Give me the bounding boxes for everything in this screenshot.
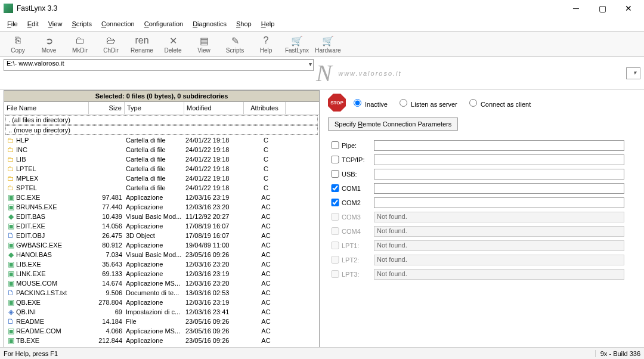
file-list[interactable]: . (all files in directory).. (move up di… [4, 114, 319, 359]
minimize-button[interactable]: ─ [563, 0, 589, 17]
table-row[interactable]: ▣MOUSE.COM14.674Applicazione MS...12/03/… [4, 278, 319, 288]
field-tcpip[interactable] [374, 154, 624, 165]
menu-shop[interactable]: Shop [231, 18, 256, 30]
path-dropdown[interactable]: E:\- www.valoroso.it [4, 59, 314, 71]
table-row[interactable]: ◆EDIT.BAS10.439Visual Basic Mod...11/12/… [4, 212, 319, 221]
checkbox-com1[interactable] [330, 184, 340, 192]
pathbar: E:\- www.valoroso.it N www.valoroso.it [0, 57, 644, 90]
label-lpt3: LPT3: [342, 271, 371, 278]
conn-row-tcpip: TCP/IP: [328, 154, 638, 165]
menu-diagnostics[interactable]: Diagnostics [188, 18, 231, 30]
fastlynx-button[interactable]: 🛒FastLynx [281, 33, 312, 55]
checkbox-tcpip[interactable] [330, 156, 340, 163]
scripts-button[interactable]: ✎Scripts [219, 33, 250, 55]
checkbox-com2[interactable] [330, 199, 340, 206]
file-icon: ▣ [5, 222, 16, 230]
table-row[interactable]: 🗀LPTELCartella di file24/01/22 19:18C [4, 164, 319, 174]
right-path-dropdown[interactable] [626, 67, 640, 79]
table-row[interactable]: 🗀SPTELCartella di file24/01/22 19:18C [4, 183, 319, 193]
table-row[interactable]: ▣LIB.EXE35.643Applicazione12/03/16 23:20… [4, 259, 319, 269]
conn-row-com4: COM4Not found. [328, 225, 638, 237]
table-row[interactable]: ▣README.COM4.066Applicazione MS...23/05/… [4, 326, 319, 336]
conn-row-com2: COM2 [328, 197, 638, 208]
file-icon: 🗋 [5, 289, 16, 297]
menu-file[interactable]: File [2, 18, 23, 30]
table-row[interactable]: 🗋PACKING.LST.txt9.506Documento di te...1… [4, 288, 319, 298]
conn-row-lpt3: LPT3:Not found. [328, 268, 638, 280]
table-row[interactable]: ▣TB.EXE212.844Applicazione23/05/16 09:26… [4, 336, 319, 345]
conn-row-com3: COM3Not found. [328, 211, 638, 222]
table-row[interactable]: ▣GWBASIC.EXE80.912Applicazione19/04/89 1… [4, 240, 319, 250]
field-pipe[interactable] [374, 140, 624, 151]
file-icon: 🗀 [5, 146, 16, 154]
conn-row-lpt2: LPT2:Not found. [328, 254, 638, 265]
label-com2: COM2 [342, 199, 371, 206]
label-pipe: Pipe: [342, 142, 371, 149]
menu-scripts[interactable]: Scripts [67, 18, 97, 30]
table-row[interactable]: ▣EDIT.EXE14.056Applicazione17/08/19 16:0… [4, 221, 319, 231]
checkbox-usb[interactable] [330, 170, 340, 178]
menu-help[interactable]: Help [256, 18, 280, 30]
label-tcpip: TCP/IP: [342, 156, 371, 163]
checkbox-pipe[interactable] [330, 141, 340, 149]
chdir-button[interactable]: 🗁ChDir [95, 33, 126, 55]
delete-button[interactable]: ✕Delete [157, 33, 188, 55]
table-row[interactable]: 🗀HLPCartella di file24/01/22 19:18C [4, 135, 319, 145]
table-row[interactable]: ▣BC.EXE97.481Applicazione12/03/16 23:19A… [4, 193, 319, 202]
move-icon: ➲ [33, 34, 64, 47]
radio-inactive[interactable]: Inactive [351, 101, 388, 108]
file-icon: 🗀 [5, 184, 16, 192]
table-row[interactable]: 🗋EDIT.OBJ26.4753D Object17/08/19 16:07AC [4, 231, 319, 240]
help-button[interactable]: ?Help [250, 33, 281, 55]
table-row[interactable]: 🗋README14.184File23/05/16 09:26AC [4, 317, 319, 326]
toolbar: ⎘Copy➲Move🗀MkDir🗁ChDirrenRename✕Delete▤V… [0, 31, 644, 57]
file-icon: ◆ [5, 212, 16, 221]
close-button[interactable]: ✕ [615, 0, 642, 17]
table-row[interactable]: ◈QB.INI69Impostazioni di c...12/03/16 23… [4, 307, 319, 317]
fastlynx-icon: 🛒 [281, 34, 312, 47]
radio-listen[interactable]: Listen as server [397, 101, 457, 108]
titlebar: FastLynx 3.3 ─ ▢ ✕ [0, 0, 644, 17]
radio-connect[interactable]: Connect as client [466, 101, 531, 108]
stop-icon: STOP [328, 94, 346, 112]
special-row[interactable]: . (all files in directory) [5, 115, 318, 125]
field-com2[interactable] [374, 197, 624, 208]
file-icon: ◈ [5, 308, 16, 316]
specify-remote-button[interactable]: Specify Remote Connection Parameters [328, 117, 458, 131]
conn-row-lpt1: LPT1:Not found. [328, 240, 638, 251]
rename-button[interactable]: renRename [126, 33, 157, 55]
table-row[interactable]: 🗀MPLEXCartella di file24/01/22 19:18C [4, 174, 319, 183]
move-button[interactable]: ➲Move [33, 33, 64, 55]
table-header: File Name Size Type Modified Attributes [4, 102, 319, 114]
field-com1[interactable] [374, 183, 624, 194]
maximize-button[interactable]: ▢ [589, 0, 615, 17]
mkdir-button[interactable]: 🗀MkDir [64, 33, 95, 55]
table-row[interactable]: ▣LINK.EXE69.133Applicazione12/03/16 23:1… [4, 269, 319, 278]
menu-configuration[interactable]: Configuration [140, 18, 188, 30]
checkbox-com3 [330, 213, 340, 221]
special-row[interactable]: .. (move up directory) [5, 125, 318, 135]
file-icon: 🗀 [5, 174, 16, 182]
col-size[interactable]: Size [89, 102, 125, 114]
table-row[interactable]: 🗀INCCartella di file24/01/22 19:18C [4, 145, 319, 154]
view-button[interactable]: ▤View [188, 33, 219, 55]
copy-button[interactable]: ⎘Copy [2, 33, 33, 55]
menu-connection[interactable]: Connection [97, 18, 140, 30]
col-type[interactable]: Type [125, 102, 184, 114]
hardware-button[interactable]: 🛒Hardware [312, 33, 343, 55]
table-row[interactable]: ▣BRUN45.EXE77.440Applicazione12/03/16 23… [4, 202, 319, 212]
col-modified[interactable]: Modified [184, 102, 244, 114]
table-row[interactable]: ▣QB.EXE278.804Applicazione12/03/16 23:19… [4, 298, 319, 307]
table-row[interactable]: 🗀LIBCartella di file24/01/22 19:18C [4, 154, 319, 164]
field-usb[interactable] [374, 169, 624, 180]
col-name[interactable]: File Name [4, 102, 89, 114]
mode-radios: Inactive Listen as server Connect as cli… [351, 97, 538, 108]
menu-view[interactable]: View [44, 18, 67, 30]
col-attributes[interactable]: Attributes [244, 102, 286, 114]
table-row[interactable]: ◆HANOI.BAS7.034Visual Basic Mod...23/05/… [4, 250, 319, 259]
help-icon: ? [250, 34, 281, 47]
field-com4: Not found. [374, 226, 624, 237]
hardware-icon: 🛒 [312, 34, 343, 47]
label-com4: COM4 [342, 228, 371, 235]
menu-edit[interactable]: Edit [23, 18, 44, 30]
